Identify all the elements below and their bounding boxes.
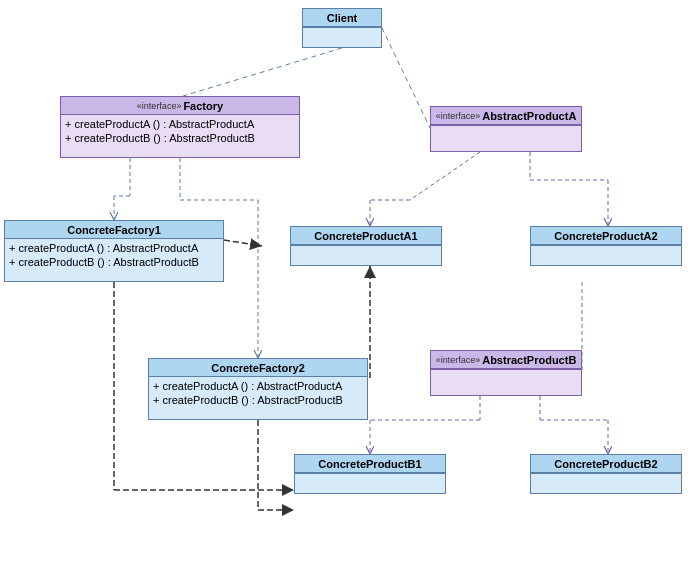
class-ConcreteFactory1-method-0: + createProductA () : AbstractProductA [9,241,219,255]
class-ConcreteFactory2: ConcreteFactory2 + createProductA () : A… [148,358,368,420]
class-Factory: «interface» Factory + createProductA () … [60,96,300,158]
class-ConcreteFactory1: ConcreteFactory1 + createProductA () : A… [4,220,224,282]
class-Factory-method-1: + createProductB () : AbstractProductB [65,131,295,145]
class-ConcreteProductB2-body [531,473,681,489]
class-ConcreteProductB1-body [295,473,445,489]
class-ConcreteFactory1-label: ConcreteFactory1 [67,224,161,236]
class-Client: Client [302,8,382,48]
class-Client-header: Client [303,9,381,27]
class-AbstractProductB-stereotype: «interface» [436,355,481,365]
svg-line-0 [183,48,342,96]
class-Factory-label: Factory [183,100,223,112]
class-ConcreteFactory2-method-1: + createProductB () : AbstractProductB [153,393,363,407]
class-AbstractProductA: «interface» AbstractProductA [430,106,582,152]
class-ConcreteProductB1-header: ConcreteProductB1 [295,455,445,473]
class-ConcreteProductB2-header: ConcreteProductB2 [531,455,681,473]
class-AbstractProductA-body [431,125,581,141]
class-Factory-body: + createProductA () : AbstractProductA +… [61,115,299,147]
class-ConcreteProductB2: ConcreteProductB2 [530,454,682,494]
class-ConcreteProductB2-label: ConcreteProductB2 [554,458,657,470]
class-AbstractProductB-label: AbstractProductB [482,354,576,366]
class-ConcreteProductA1: ConcreteProductA1 [290,226,442,266]
class-Factory-method-0: + createProductA () : AbstractProductA [65,117,295,131]
class-ConcreteProductA1-body [291,245,441,261]
class-ConcreteProductB1: ConcreteProductB1 [294,454,446,494]
class-AbstractProductB-body [431,369,581,385]
uml-diagram: Client «interface» Factory + createProdu… [0,0,700,572]
class-AbstractProductA-label: AbstractProductA [482,110,576,122]
class-ConcreteProductA2-label: ConcreteProductA2 [554,230,657,242]
class-Client-body [303,27,381,43]
class-ConcreteFactory1-method-1: + createProductB () : AbstractProductB [9,255,219,269]
class-AbstractProductB: «interface» AbstractProductB [430,350,582,396]
class-ConcreteFactory2-body: + createProductA () : AbstractProductA +… [149,377,367,409]
class-ConcreteProductB1-label: ConcreteProductB1 [318,458,421,470]
class-Client-label: Client [327,12,358,24]
class-AbstractProductA-stereotype: «interface» [436,111,481,121]
class-AbstractProductA-header: «interface» AbstractProductA [431,107,581,125]
class-Factory-stereotype: «interface» [137,101,182,111]
svg-line-8 [410,152,480,200]
class-ConcreteProductA1-label: ConcreteProductA1 [314,230,417,242]
class-ConcreteFactory2-method-0: + createProductA () : AbstractProductA [153,379,363,393]
class-ConcreteProductA1-header: ConcreteProductA1 [291,227,441,245]
class-ConcreteFactory2-label: ConcreteFactory2 [211,362,305,374]
class-ConcreteProductA2: ConcreteProductA2 [530,226,682,266]
class-ConcreteFactory1-body: + createProductA () : AbstractProductA +… [5,239,223,271]
class-ConcreteFactory2-header: ConcreteFactory2 [149,359,367,377]
class-ConcreteFactory1-header: ConcreteFactory1 [5,221,223,239]
svg-line-20 [224,240,262,246]
class-AbstractProductB-header: «interface» AbstractProductB [431,351,581,369]
class-ConcreteProductA2-header: ConcreteProductA2 [531,227,681,245]
svg-line-1 [382,28,430,128]
class-Factory-header: «interface» Factory [61,97,299,115]
class-ConcreteProductA2-body [531,245,681,261]
